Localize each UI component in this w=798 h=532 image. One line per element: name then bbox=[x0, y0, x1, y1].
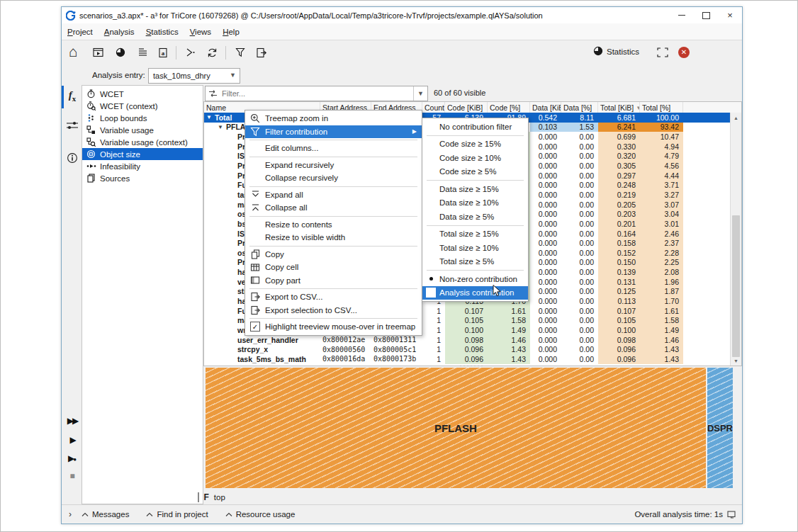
submenu-item-no-contribution-filter[interactable]: No contribution filter bbox=[422, 120, 528, 134]
run-all-button[interactable]: ▶▶ bbox=[64, 413, 80, 429]
menu-project[interactable]: Project bbox=[62, 26, 99, 38]
configuration-tab[interactable] bbox=[64, 118, 80, 133]
column-header-total[interactable]: Total [%] bbox=[640, 102, 683, 113]
context-menu-item-resize-to-contents[interactable]: Resize to contents bbox=[245, 218, 422, 232]
cell-data-pct: 0.00 bbox=[561, 161, 598, 171]
cell-code-pct: 1.61 bbox=[488, 306, 530, 316]
column-header-count[interactable]: Count bbox=[422, 102, 445, 113]
submenu-item-label: Data size ≥ 15% bbox=[439, 185, 499, 193]
context-menu-item-copy[interactable]: Copy bbox=[245, 248, 422, 261]
refresh-button[interactable] bbox=[203, 44, 220, 61]
cell-data-kib: 0.000 bbox=[530, 229, 561, 239]
listing-button[interactable] bbox=[134, 44, 151, 61]
analysis-entry-combobox[interactable]: task_10ms_dhry ▼ bbox=[148, 68, 240, 84]
menu-analysis[interactable]: Analysis bbox=[99, 26, 140, 38]
vertical-scrollbar[interactable]: ▲ ▼ bbox=[730, 113, 741, 366]
menu-views[interactable]: Views bbox=[184, 26, 217, 38]
fit-window-button[interactable] bbox=[654, 44, 671, 61]
sidebar-item-variable-usage[interactable]: Variable usage bbox=[82, 124, 203, 136]
submenu-item-label: Data size ≥ 10% bbox=[439, 198, 499, 207]
context-menu-item-collapse-recursively[interactable]: Collapse recursively bbox=[245, 171, 422, 185]
info-tab[interactable] bbox=[64, 150, 80, 166]
breadcrumb-path[interactable]: top bbox=[214, 493, 225, 502]
stop-analysis-button[interactable]: ■ bbox=[64, 468, 80, 484]
sidebar-item-wcet[interactable]: WCET bbox=[82, 88, 203, 100]
tree-expander-icon[interactable]: ▼ bbox=[206, 114, 215, 120]
context-menu-item-edit-columns[interactable]: Edit columns... bbox=[245, 142, 422, 155]
cell-total-kib: 0.330 bbox=[598, 142, 640, 152]
sidebar-item-infeasibility[interactable]: Infeasibility bbox=[82, 160, 203, 172]
run-button[interactable]: ▶ bbox=[64, 432, 80, 448]
column-header-total-kib[interactable]: Total [KiB]▼ bbox=[598, 102, 640, 113]
filter-contribution-submenu: No contribution filterCode size ≥ 15%Cod… bbox=[422, 118, 529, 302]
sidebar-item-wcet-context[interactable]: WCET (context) bbox=[82, 100, 203, 112]
submenu-item-analysis-contribution[interactable]: Analysis contribution bbox=[422, 286, 528, 300]
cell-total-kib: 0.098 bbox=[598, 335, 640, 345]
menu-statistics[interactable]: Statistics bbox=[140, 26, 184, 38]
scroll-up-icon[interactable]: ▲ bbox=[731, 113, 741, 123]
statusbar-panel-resource-usage[interactable]: Resource usage bbox=[225, 510, 296, 519]
column-header-data[interactable]: Data [%] bbox=[561, 102, 598, 113]
export-button[interactable] bbox=[253, 44, 270, 61]
filter-input[interactable] bbox=[220, 89, 413, 98]
context-menu-item-copy-part[interactable]: Copy part bbox=[245, 274, 422, 288]
sidebar-item-variable-usage-context[interactable]: Variable usage (context) bbox=[82, 136, 203, 148]
context-menu-item-highlight-treeview-mouse-over-in-treemap[interactable]: ✓Highlight treeview mouse-over in treema… bbox=[245, 320, 422, 334]
run-in-window-button[interactable] bbox=[90, 44, 107, 61]
context-menu-item-copy-cell[interactable]: Copy cell bbox=[245, 261, 422, 274]
treemap-region-dspr[interactable]: DSPR bbox=[707, 368, 733, 488]
statistics-view-button[interactable] bbox=[112, 44, 129, 61]
disassembly-button[interactable]: a bbox=[154, 44, 172, 61]
menu-separator bbox=[249, 288, 417, 289]
statusbar-panel-messages[interactable]: Messages bbox=[82, 510, 129, 519]
run-analysis-button[interactable] bbox=[181, 44, 198, 61]
run-to-point-button[interactable]: ▶● bbox=[64, 451, 80, 466]
filter-dropdown-button[interactable]: ▼ bbox=[413, 86, 427, 101]
cell-data-kib: 0.000 bbox=[530, 354, 561, 364]
submenu-item-code-size-15[interactable]: Code size ≥ 15% bbox=[422, 137, 528, 152]
context-menu-item-resize-to-visible-width[interactable]: Resize to visible width bbox=[245, 231, 422, 244]
context-menu-item-export-selection-to-csv[interactable]: Export selection to CSV... bbox=[245, 304, 422, 317]
submenu-item-data-size-5[interactable]: Data size ≥ 5% bbox=[422, 210, 528, 224]
scrollbar-thumb[interactable] bbox=[732, 215, 740, 357]
column-header-code[interactable]: Code [%] bbox=[488, 102, 530, 113]
filter-button[interactable] bbox=[232, 44, 249, 61]
table-row-strcpy-x[interactable]: strcpy_x0x800005600x800005c110.0961.430.… bbox=[204, 344, 731, 354]
submenu-item-code-size-5[interactable]: Code size ≥ 5% bbox=[422, 165, 528, 179]
stop-button[interactable]: ✕ bbox=[675, 44, 692, 61]
close-button[interactable]: × bbox=[718, 7, 742, 23]
cell-total-pct: 1.43 bbox=[640, 344, 683, 354]
sidebar-item-loop-bounds[interactable]: Loop bounds bbox=[82, 112, 203, 124]
context-menu-item-treemap-zoom-in[interactable]: Treemap zoom in bbox=[245, 112, 422, 125]
column-header-data-kib[interactable]: Data [KiB] bbox=[530, 102, 561, 113]
filter-field[interactable]: ▼ bbox=[205, 86, 428, 101]
submenu-item-code-size-10[interactable]: Code size ≥ 10% bbox=[422, 151, 528, 165]
context-menu-item-collapse-all[interactable]: Collapse all bbox=[245, 201, 422, 215]
submenu-item-total-size-15[interactable]: Total size ≥ 15% bbox=[422, 227, 528, 242]
sidebar-item-sources[interactable]: Sources bbox=[82, 172, 203, 184]
statusbar-panel-label: Resource usage bbox=[236, 510, 296, 519]
context-menu-item-expand-all[interactable]: Expand all bbox=[245, 188, 422, 202]
submenu-item-total-size-10[interactable]: Total size ≥ 10% bbox=[422, 241, 528, 255]
context-menu-item-export-to-csv[interactable]: Export to CSV... bbox=[245, 290, 422, 304]
submenu-item-non-zero-contribution[interactable]: Non-zero contribution bbox=[422, 272, 528, 286]
home-button[interactable]: ⌂ bbox=[64, 43, 82, 60]
statusbar-panel-find-in-project[interactable]: Find in project bbox=[146, 510, 208, 519]
tree-expander-icon[interactable]: ▼ bbox=[218, 124, 226, 130]
column-header-code-kib[interactable]: Code [KiB] bbox=[445, 102, 488, 113]
minimize-button[interactable] bbox=[670, 7, 694, 23]
maximize-button[interactable] bbox=[694, 7, 718, 23]
submenu-item-total-size-5[interactable]: Total size ≥ 5% bbox=[422, 255, 528, 269]
statistics-button[interactable]: Statistics bbox=[593, 46, 639, 57]
submenu-item-data-size-15[interactable]: Data size ≥ 15% bbox=[422, 182, 528, 196]
context-menu-item-expand-recursively[interactable]: Expand recursively bbox=[245, 159, 422, 172]
sidebar-item-object-size[interactable]: Object size bbox=[82, 148, 203, 160]
panel-expander-icon[interactable]: › bbox=[69, 509, 72, 519]
treemap-region-pflash[interactable]: PFLASH bbox=[206, 368, 706, 488]
column-header-filler bbox=[683, 102, 729, 113]
table-row-user-err-handler[interactable]: user_err_handler0x800012ae0x8000131110.0… bbox=[204, 335, 731, 345]
analyses-tab[interactable]: fx bbox=[64, 88, 80, 103]
menu-help[interactable]: Help bbox=[217, 26, 245, 38]
submenu-item-data-size-10[interactable]: Data size ≥ 10% bbox=[422, 196, 528, 210]
context-menu-item-filter-contribution[interactable]: Filter contribution▶ bbox=[245, 125, 422, 139]
